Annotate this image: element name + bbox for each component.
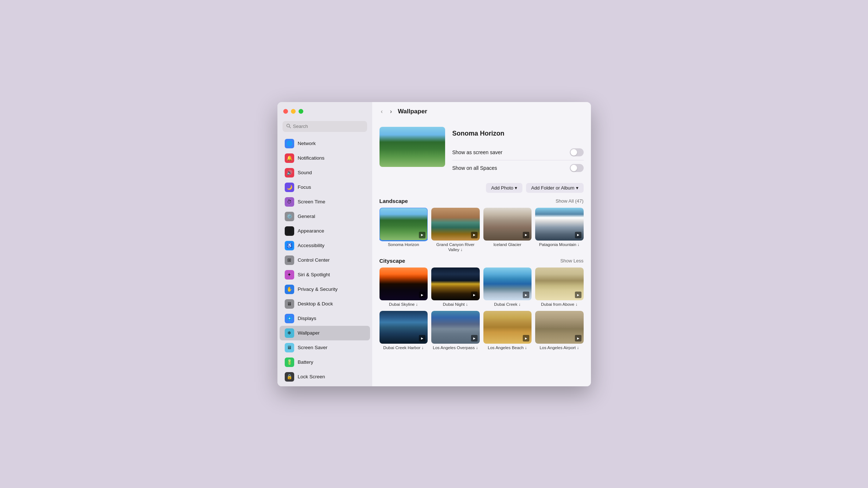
section-header: LandscapeShow All (47)	[379, 198, 584, 204]
sidebar-item-wallpaper[interactable]: ❄Wallpaper	[280, 326, 370, 340]
sidebar-item-lock-screen[interactable]: 🔒Lock Screen	[280, 370, 370, 384]
sidebar-item-displays[interactable]: 💠Displays	[280, 311, 370, 326]
wallpaper-image	[483, 268, 532, 300]
wallpaper-thumb-la-airport[interactable]: Los Angeles Airport ↓	[535, 311, 584, 351]
wallpaper-sections: LandscapeShow All (47)Sonoma HorizonGran…	[379, 198, 584, 351]
section-action[interactable]: Show Less	[560, 258, 584, 263]
chevron-down-icon-2: ▾	[576, 185, 579, 191]
battery-icon: 🔋	[285, 358, 294, 367]
wallpaper-image	[379, 208, 428, 241]
section-cityscape: CityscapeShow LessDubai Skyline ↓Dubai N…	[379, 258, 584, 351]
minimize-button[interactable]	[291, 109, 296, 114]
section-landscape: LandscapeShow All (47)Sonoma HorizonGran…	[379, 198, 584, 253]
section-header: CityscapeShow Less	[379, 258, 584, 264]
search-container[interactable]	[283, 121, 367, 132]
control-center-icon: ⊞	[285, 255, 294, 265]
general-icon: ⚙️	[285, 212, 294, 221]
wallpaper-image	[535, 208, 584, 241]
svg-line-1	[289, 126, 290, 128]
video-play-icon	[471, 232, 478, 238]
accessibility-icon: ♿	[285, 241, 294, 250]
video-play-icon	[419, 292, 425, 298]
sidebar-item-label: Accessibility	[298, 243, 325, 248]
sidebar-item-appearance[interactable]: ◉Appearance	[280, 224, 370, 238]
displays-icon: 💠	[285, 314, 294, 323]
search-icon	[286, 123, 291, 130]
wallpaper-thumb-sonoma[interactable]: Sonoma Horizon	[379, 208, 428, 253]
back-button[interactable]: ‹	[379, 107, 384, 116]
sidebar-item-screen-saver[interactable]: 🖥Screen Saver	[280, 340, 370, 355]
sidebar-item-desktop-dock[interactable]: 🖥Desktop & Dock	[280, 297, 370, 311]
sidebar-item-label: Sound	[298, 170, 312, 175]
sidebar-item-label: General	[298, 214, 315, 219]
toggle-row-screen-saver: Show as screen saver	[452, 145, 584, 160]
sidebar-item-general[interactable]: ⚙️General	[280, 209, 370, 224]
screen-saver-icon: 🖥	[285, 343, 294, 352]
video-play-icon	[523, 292, 529, 298]
wallpaper-info: Sonoma Horizon Show as screen saverShow …	[452, 127, 584, 176]
wallpaper-thumb-la-beach[interactable]: Los Angeles Beach ↓	[483, 311, 532, 351]
focus-icon: 🌙	[285, 183, 294, 192]
sidebar-item-screen-time[interactable]: ⏱Screen Time	[280, 195, 370, 209]
wallpaper-image	[379, 268, 428, 300]
wallpaper-image	[431, 311, 480, 344]
desktop-dock-icon: 🖥	[285, 299, 294, 309]
sidebar-item-label: Privacy & Security	[298, 286, 338, 292]
sidebar-item-label: Siri & Spotlight	[298, 272, 330, 277]
wallpaper-thumb-dubai-creek-harbor[interactable]: Dubai Creek Harbor ↓	[379, 311, 428, 351]
wallpaper-thumb-dubai-above[interactable]: Dubai from Above ↓	[535, 268, 584, 307]
video-play-icon	[471, 292, 478, 298]
wallpaper-label: Grand Canyon River Valley ↓	[431, 242, 480, 253]
sidebar-item-control-center[interactable]: ⊞Control Center	[280, 253, 370, 268]
close-button[interactable]	[283, 109, 288, 114]
sidebar-item-battery[interactable]: 🔋Battery	[280, 355, 370, 370]
sidebar-item-network[interactable]: 🌐Network	[280, 136, 370, 151]
add-buttons-row: Add Photo ▾ Add Folder or Album ▾	[379, 183, 584, 193]
wallpaper-thumb-grand-canyon[interactable]: Grand Canyon River Valley ↓	[431, 208, 480, 253]
current-wallpaper-name: Sonoma Horizon	[452, 130, 584, 137]
add-folder-button[interactable]: Add Folder or Album ▾	[526, 183, 584, 193]
screen-time-icon: ⏱	[285, 197, 294, 207]
sidebar-item-focus[interactable]: 🌙Focus	[280, 180, 370, 195]
sidebar-item-label: Battery	[298, 359, 314, 365]
sidebar-item-label: Screen Saver	[298, 345, 328, 350]
title-bar	[277, 102, 372, 121]
wallpaper-thumb-patagonia[interactable]: Patagonia Mountain ↓	[535, 208, 584, 253]
toggle-label: Show as screen saver	[452, 149, 503, 155]
section-action[interactable]: Show All (47)	[556, 198, 584, 204]
current-wallpaper-preview	[379, 127, 445, 167]
lock-screen-icon: 🔒	[285, 372, 294, 382]
toggle-label: Show on all Spaces	[452, 165, 497, 171]
maximize-button[interactable]	[299, 109, 303, 114]
wallpaper-thumb-dubai-skyline[interactable]: Dubai Skyline ↓	[379, 268, 428, 307]
sidebar-item-sound[interactable]: 🔊Sound	[280, 165, 370, 180]
wallpaper-thumb-iceland[interactable]: Iceland Glacier	[483, 208, 532, 253]
wallpaper-label: Dubai Creek Harbor ↓	[379, 345, 428, 351]
sidebar-item-label: Lock Screen	[298, 374, 325, 379]
sidebar-item-privacy[interactable]: ✋Privacy & Security	[280, 282, 370, 297]
toggle-screen-saver[interactable]	[570, 148, 584, 156]
forward-button[interactable]: ›	[389, 107, 393, 116]
wallpaper-thumb-dubai-night[interactable]: Dubai Night ↓	[431, 268, 480, 307]
toggle-row-all-spaces: Show on all Spaces	[452, 160, 584, 176]
wallpaper-image	[535, 311, 584, 344]
sidebar-item-accessibility[interactable]: ♿Accessibility	[280, 238, 370, 253]
sidebar-item-notifications[interactable]: 🔔Notifications	[280, 151, 370, 165]
toggle-all-spaces[interactable]	[570, 164, 584, 172]
video-play-icon	[419, 232, 425, 238]
wallpaper-thumb-dubai-creek[interactable]: Dubai Creek ↓	[483, 268, 532, 307]
add-photo-button[interactable]: Add Photo ▾	[486, 183, 522, 193]
wallpaper-label: Iceland Glacier	[483, 242, 532, 247]
siri-icon: ✦	[285, 270, 294, 280]
video-play-icon	[523, 335, 529, 341]
section-title: Landscape	[379, 198, 408, 204]
privacy-icon: ✋	[285, 285, 294, 294]
add-folder-label: Add Folder or Album	[531, 185, 575, 191]
appearance-icon: ◉	[285, 226, 294, 236]
wallpaper-label: Los Angeles Airport ↓	[535, 345, 584, 351]
search-input[interactable]	[293, 124, 363, 129]
sidebar-item-siri[interactable]: ✦Siri & Spotlight	[280, 268, 370, 282]
wallpaper-label: Sonoma Horizon	[379, 242, 428, 247]
wallpaper-thumb-la-overpass[interactable]: Los Angeles Overpass ↓	[431, 311, 480, 351]
sidebar-item-label: Control Center	[298, 257, 330, 263]
